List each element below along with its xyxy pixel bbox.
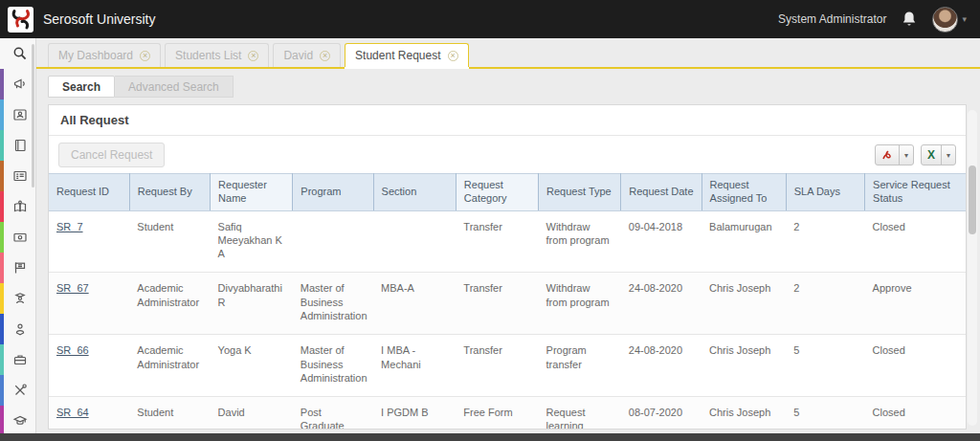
sidebar-item-contacts[interactable]	[0, 314, 35, 344]
sidebar-item-settings[interactable]	[0, 375, 35, 406]
tab-david[interactable]: David ×	[273, 43, 341, 67]
table-cell: Student	[129, 397, 210, 430]
money-icon	[12, 230, 28, 245]
reader-icon	[12, 199, 28, 214]
user-menu[interactable]: ▾	[932, 7, 967, 33]
horizontal-scrollbar[interactable]	[0, 433, 980, 441]
user-role-label: System Administrator	[778, 12, 886, 26]
table-cell: Withdraw from program	[539, 273, 621, 335]
vertical-scrollbar-thumb[interactable]	[969, 165, 976, 234]
request-id-link[interactable]: SR_67	[56, 282, 89, 294]
table-cell: 2	[786, 273, 864, 335]
tab-student-request[interactable]: Student Request ×	[345, 43, 468, 67]
excel-icon: X	[922, 145, 942, 165]
export-pdf-button[interactable]: ▾	[875, 144, 914, 165]
table-cell: Academic Administrator	[129, 335, 210, 397]
tools-icon	[12, 383, 28, 398]
column-header[interactable]: SLA Days	[786, 174, 864, 211]
column-header[interactable]: Section	[373, 174, 456, 211]
column-header[interactable]: Request By	[129, 174, 210, 211]
table-cell: Academic Administrator	[129, 273, 210, 335]
chevron-down-icon: ▾	[962, 14, 967, 24]
pdf-icon	[876, 145, 900, 165]
chevron-down-icon[interactable]: ▾	[942, 145, 955, 165]
table-cell: 2	[786, 210, 864, 273]
book-icon	[12, 138, 28, 153]
request-id-link[interactable]: SR_7	[56, 221, 83, 232]
search-tabbar: Search Advanced Search	[48, 76, 980, 98]
table-cell: 08-07-2020	[621, 397, 702, 430]
id-card-icon	[12, 107, 28, 122]
panel-title: All Request	[49, 105, 966, 136]
sidebar-item-exams[interactable]	[0, 161, 35, 191]
column-header[interactable]: Program	[293, 174, 373, 211]
table-cell	[293, 210, 373, 273]
avatar[interactable]	[932, 7, 958, 33]
search-icon	[12, 46, 28, 61]
table-cell: Chris Joseph	[702, 397, 786, 430]
close-icon[interactable]: ×	[448, 51, 458, 61]
sidebar-item-library[interactable]	[0, 191, 35, 222]
tab-search[interactable]: Search	[48, 76, 115, 98]
workspace-tabbar: My Dashboard × Students List × David × S…	[36, 38, 980, 69]
column-header[interactable]: Service Request Status	[865, 174, 966, 211]
column-header[interactable]: Request Date	[621, 174, 702, 211]
graduate-icon	[12, 291, 28, 306]
close-icon[interactable]: ×	[140, 51, 150, 61]
table-row[interactable]: SR_7StudentSafiq Meeyakhan K ATransferWi…	[49, 210, 966, 273]
sidebar-item-reports[interactable]	[0, 253, 35, 283]
briefcase-icon	[12, 352, 28, 367]
table-cell: Student	[129, 210, 210, 273]
table-row[interactable]: SR_67Academic AdministratorDivyabharathi…	[49, 273, 966, 335]
column-header[interactable]: Request Type	[539, 174, 621, 211]
table-cell: Post Graduate Diploma in Management	[293, 397, 373, 430]
sidebar-scrollbar[interactable]	[32, 44, 34, 187]
tab-my-dashboard[interactable]: My Dashboard ×	[48, 43, 161, 67]
table-cell: Divyabharathi R	[211, 273, 293, 335]
person-pin-icon	[12, 321, 28, 337]
sidebar-item-announcements[interactable]	[0, 69, 35, 99]
request-table: Request IDRequest ByRequester NameProgra…	[49, 173, 966, 430]
exam-card-icon	[12, 168, 28, 184]
table-cell: 09-04-2018	[621, 210, 702, 273]
sidebar-item-search[interactable]	[0, 38, 35, 69]
notifications-bell-icon[interactable]	[902, 11, 917, 28]
table-cell: 5	[786, 397, 864, 430]
table-cell: Balamurugan	[702, 210, 786, 273]
chevron-down-icon[interactable]: ▾	[900, 145, 913, 165]
column-header[interactable]: Request ID	[49, 174, 129, 211]
column-header[interactable]: Request Assigned To	[702, 174, 786, 211]
column-header[interactable]: Request Category	[456, 174, 538, 211]
column-header[interactable]: Requester Name	[211, 174, 293, 211]
request-id-link[interactable]: SR_66	[56, 344, 89, 356]
tab-label: David	[283, 49, 313, 62]
app-title: Serosoft University	[43, 11, 155, 27]
export-excel-button[interactable]: X ▾	[921, 144, 956, 165]
cancel-request-button[interactable]: Cancel Request	[58, 143, 165, 167]
tab-advanced-search[interactable]: Advanced Search	[115, 76, 234, 98]
table-cell: Master of Business Administration	[293, 273, 373, 335]
tab-label: My Dashboard	[58, 49, 133, 62]
tab-label: Students List	[175, 49, 241, 62]
sidebar-item-student-id[interactable]	[0, 99, 35, 130]
request-id-link[interactable]: SR_64	[56, 407, 89, 418]
request-table-body: SR_7StudentSafiq Meeyakhan K ATransferWi…	[49, 210, 966, 430]
close-icon[interactable]: ×	[248, 51, 258, 61]
table-cell: Request learning solutions	[539, 397, 621, 430]
sidebar-item-academics[interactable]	[0, 406, 35, 436]
table-row[interactable]: SR_66Academic AdministratorYoga KMaster …	[49, 335, 966, 397]
tab-students-list[interactable]: Students List ×	[165, 43, 269, 67]
sidebar-item-alumni[interactable]	[0, 283, 35, 314]
vertical-scrollbar[interactable]	[968, 110, 977, 426]
close-icon[interactable]: ×	[320, 51, 330, 61]
sidebar-item-courses[interactable]	[0, 130, 35, 161]
sidebar-item-fees[interactable]	[0, 222, 35, 253]
table-cell: 24-08-2020	[621, 273, 702, 335]
table-cell: Transfer	[456, 335, 538, 397]
table-cell: Safiq Meeyakhan K A	[211, 210, 293, 273]
table-cell: Program transfer	[539, 335, 621, 397]
table-cell: Yoga K	[211, 335, 293, 397]
table-cell: Chris Joseph	[702, 335, 786, 397]
sidebar-item-placements[interactable]	[0, 344, 35, 375]
table-row[interactable]: SR_64StudentDavidPost Graduate Diploma i…	[49, 397, 966, 430]
